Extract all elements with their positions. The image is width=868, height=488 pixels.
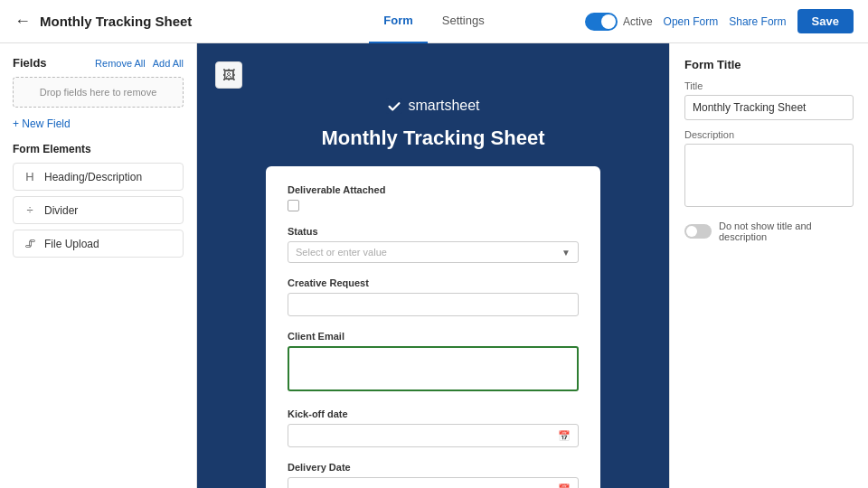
active-toggle[interactable] <box>585 13 618 31</box>
active-label: Active <box>623 15 653 28</box>
panel-title-input[interactable] <box>684 95 854 120</box>
header-tabs: Form Settings <box>294 0 573 43</box>
field-creative-request: Creative Request <box>288 277 579 316</box>
form-title-display: Monthly Tracking Sheet <box>322 127 545 150</box>
delivery-calendar-icon: 📅 <box>558 483 571 489</box>
field-delivery-label: Delivery Date <box>288 462 579 473</box>
new-field-link[interactable]: + New Field <box>13 117 71 130</box>
deliverable-checkbox[interactable] <box>288 200 299 211</box>
right-panel: Form Title Title Description Do not show… <box>669 43 868 488</box>
field-creative-label: Creative Request <box>288 277 579 288</box>
tab-form[interactable]: Form <box>369 0 428 43</box>
sidebar: Fields Remove All Add All Drop fields he… <box>0 43 197 488</box>
field-deliverable: Deliverable Attached <box>288 184 579 211</box>
panel-desc-label: Description <box>684 129 854 140</box>
smartsheet-logo: smartsheet <box>386 98 479 114</box>
element-heading-label: Heading/Description <box>44 171 142 183</box>
form-preview: 🖼 smartsheet Monthly Tracking Sheet Deli… <box>197 43 669 488</box>
show-title-toggle-row: Do not show title and description <box>684 221 854 242</box>
element-divider[interactable]: ÷ Divider <box>13 196 184 224</box>
panel-description-input[interactable] <box>684 144 854 207</box>
main-layout: Fields Remove All Add All Drop fields he… <box>0 43 868 488</box>
field-kickoff-date: Kick-off date 📅 <box>288 408 579 447</box>
kickoff-calendar-icon: 📅 <box>558 430 571 442</box>
panel-title-label: Title <box>684 80 854 91</box>
open-form-link[interactable]: Open Form <box>664 15 719 28</box>
logo-text: smartsheet <box>408 98 479 114</box>
field-deliverable-label: Deliverable Attached <box>288 184 579 195</box>
deliverable-checkbox-row <box>288 200 579 211</box>
page-title: Monthly Tracking Sheet <box>40 14 192 29</box>
smartsheet-logo-icon <box>386 98 402 114</box>
divider-icon: ÷ <box>23 203 37 217</box>
image-button[interactable]: 🖼 <box>215 61 242 89</box>
field-client-email: Client Email <box>288 331 579 394</box>
tab-settings[interactable]: Settings <box>428 0 499 43</box>
element-divider-label: Divider <box>44 204 78 217</box>
kickoff-date-input[interactable]: 📅 <box>288 424 579 447</box>
client-email-input[interactable] <box>288 346 579 391</box>
header-right: Active Open Form Share Form Save <box>574 9 854 33</box>
creative-request-input[interactable] <box>288 293 579 316</box>
field-status: Status Select or enter value ▼ <box>288 226 579 263</box>
show-title-toggle-label: Do not show title and description <box>719 221 854 242</box>
add-all-link[interactable]: Add All <box>153 58 184 69</box>
status-placeholder: Select or enter value <box>296 247 387 258</box>
sidebar-actions: Remove All Add All <box>95 58 184 69</box>
panel-section-title: Form Title <box>684 58 854 71</box>
delivery-date-input[interactable]: 📅 <box>288 477 579 488</box>
remove-all-link[interactable]: Remove All <box>95 58 146 69</box>
svg-rect-0 <box>386 98 402 114</box>
fields-title: Fields <box>13 56 47 70</box>
show-title-toggle-knob <box>686 226 697 237</box>
app-header: ← Monthly Tracking Sheet Form Settings A… <box>0 0 868 43</box>
field-status-label: Status <box>288 226 579 237</box>
field-kickoff-label: Kick-off date <box>288 408 579 419</box>
drop-zone[interactable]: Drop fields here to remove <box>13 77 184 108</box>
element-file-label: File Upload <box>44 238 99 250</box>
file-upload-icon: 🖇 <box>23 237 37 250</box>
form-card: Deliverable Attached Status Select or en… <box>266 166 600 488</box>
active-toggle-wrap: Active <box>585 13 653 31</box>
field-client-email-label: Client Email <box>288 331 579 342</box>
back-button[interactable]: ← <box>14 12 31 31</box>
toggle-knob <box>601 14 616 29</box>
header-left: ← Monthly Tracking Sheet <box>14 12 294 31</box>
select-arrow-icon: ▼ <box>561 248 571 258</box>
show-title-toggle[interactable] <box>684 224 712 239</box>
element-heading[interactable]: H Heading/Description <box>13 163 184 191</box>
save-button[interactable]: Save <box>797 9 854 33</box>
element-file-upload[interactable]: 🖇 File Upload <box>13 230 184 258</box>
share-form-link[interactable]: Share Form <box>729 15 786 28</box>
form-elements-title: Form Elements <box>13 143 184 155</box>
status-select[interactable]: Select or enter value ▼ <box>288 241 579 263</box>
field-delivery-date: Delivery Date 📅 <box>288 462 579 488</box>
heading-icon: H <box>23 170 37 183</box>
fields-header: Fields Remove All Add All <box>13 56 184 70</box>
